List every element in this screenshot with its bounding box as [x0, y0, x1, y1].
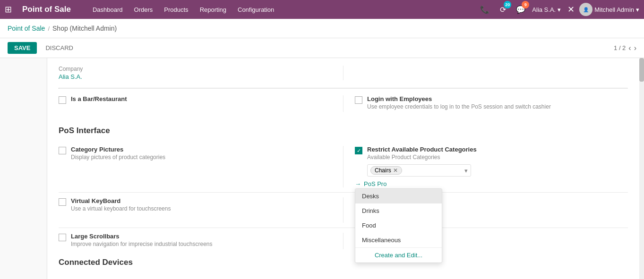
breadcrumb: Point of Sale / Shop (Mitchell Admin): [0, 19, 644, 38]
breadcrumb-current: Shop (Mitchell Admin): [52, 25, 117, 32]
dropdown-create-edit[interactable]: Create and Edit...: [355, 247, 442, 262]
grid-icon[interactable]: ⊞: [5, 4, 12, 15]
discard-button[interactable]: DISCARD: [41, 42, 78, 54]
scrollbar[interactable]: [639, 58, 644, 279]
large-scrollbars-row: Large Scrollbars Improve navigation for …: [59, 228, 628, 254]
company-value[interactable]: Alia S.A.: [59, 73, 332, 80]
messages-icon[interactable]: 💬 9: [514, 3, 527, 16]
login-employees-desc: Use employee credentials to log in to th…: [367, 103, 551, 110]
app-title: Point of Sale: [22, 5, 71, 14]
next-page-button[interactable]: ›: [634, 44, 636, 52]
menu-reporting[interactable]: Reporting: [195, 3, 231, 16]
pos-pro-link[interactable]: → PoS Pro: [355, 180, 628, 187]
phone-icon[interactable]: 📞: [478, 3, 491, 16]
pos-pro-link-row: → PoS Pro: [355, 180, 628, 187]
pagination-text: 1 / 2: [614, 44, 626, 51]
category-pictures-checkbox[interactable]: [59, 147, 66, 154]
user-name-alia: Alia S.A.: [532, 6, 556, 13]
admin-name: Mitchell Admin: [594, 6, 634, 13]
restrict-categories-label: Restrict Available Product Categories: [367, 146, 628, 153]
chairs-tag-label: Chairs: [375, 167, 391, 174]
prev-page-button[interactable]: ‹: [628, 44, 631, 52]
chevron-down-icon: ▾: [558, 6, 561, 13]
activity-icon[interactable]: ⟳ 20: [496, 3, 509, 16]
category-pictures-desc: Display pictures of product categories: [71, 154, 165, 161]
large-scrollbars-field: Large Scrollbars Improve navigation for …: [59, 233, 332, 247]
large-scrollbars-checkbox[interactable]: [59, 234, 66, 241]
breadcrumb-parent[interactable]: Point of Sale: [8, 25, 45, 32]
dropdown-item-food[interactable]: Food: [355, 218, 442, 233]
arrow-right-icon: →: [355, 180, 361, 187]
virtual-keyboard-checkbox[interactable]: [59, 198, 66, 206]
action-bar: SAVE DISCARD 1 / 2 ‹ ›: [0, 38, 644, 58]
login-employees-checkbox[interactable]: [355, 96, 362, 104]
user-menu-alia[interactable]: Alia S.A. ▾: [532, 6, 561, 13]
save-button[interactable]: SAVE: [8, 42, 37, 54]
login-employees-label: Login with Employees: [367, 95, 551, 102]
pagination: 1 / 2 ‹ ›: [614, 44, 636, 52]
tag-dropdown-arrow: ▾: [464, 167, 468, 174]
restrict-categories-field: ✓ Restrict Available Product Categories …: [355, 146, 628, 177]
chairs-tag: Chairs ✕: [370, 166, 402, 175]
nav-right-icons: 📞 ⟳ 20 💬 9 Alia S.A. ▾ ✕ 👤 Mitchell Admi…: [478, 3, 639, 16]
virtual-keyboard-label: Virtual KeyBoard: [71, 197, 171, 204]
bar-restaurant-row: Is a Bar/Restaurant Login with Employees…: [59, 89, 628, 118]
is-bar-restaurant-field: Is a Bar/Restaurant: [59, 95, 332, 104]
login-with-employees-field: Login with Employees Use employee creden…: [355, 95, 628, 110]
pos-interface-title: PoS Interface: [59, 126, 628, 135]
available-categories-sublabel: Available Product Categories: [367, 154, 628, 161]
large-scrollbars-desc: Improve navigation for imprecise industr…: [71, 241, 212, 247]
dropdown-item-drinks[interactable]: Drinks: [355, 203, 442, 218]
chevron-down-icon-admin: ▾: [636, 6, 639, 13]
form-area: Company Alia S.A. Is a Bar/Restaurant: [47, 58, 639, 279]
connected-devices-title: Connected Devices: [59, 258, 628, 267]
categories-tag-input[interactable]: Chairs ✕ ▾: [367, 164, 471, 177]
category-pictures-label: Category Pictures: [71, 146, 165, 153]
menu-products[interactable]: Products: [159, 3, 193, 16]
avatar: 👤: [579, 3, 592, 16]
breadcrumb-separator: /: [48, 25, 50, 32]
main-menu: Dashboard Orders Products Reporting Conf…: [88, 3, 471, 16]
pos-pro-text: PoS Pro: [364, 180, 386, 187]
left-sidebar: [0, 58, 47, 279]
close-icon[interactable]: ✕: [567, 4, 575, 15]
is-bar-restaurant-label: Is a Bar/Restaurant: [71, 95, 127, 102]
menu-orders[interactable]: Orders: [129, 3, 158, 16]
dropdown-item-miscellaneous[interactable]: Miscellaneous: [355, 233, 442, 247]
large-scrollbars-label: Large Scrollbars: [71, 233, 212, 240]
category-pictures-row: Category Pictures Display pictures of pr…: [59, 141, 628, 192]
company-section: Company Alia S.A.: [59, 66, 628, 80]
menu-dashboard[interactable]: Dashboard: [88, 3, 128, 16]
dropdown-item-desks[interactable]: Desks: [355, 189, 442, 203]
scrollbar-thumb: [639, 58, 644, 82]
menu-configuration[interactable]: Configuration: [233, 3, 279, 16]
restrict-categories-checkbox[interactable]: ✓: [355, 147, 362, 154]
top-navigation: ⊞ Point of Sale Dashboard Orders Product…: [0, 0, 644, 19]
category-pictures-field: Category Pictures Display pictures of pr…: [59, 146, 332, 161]
messages-badge: 9: [522, 1, 529, 8]
user-menu-admin[interactable]: 👤 Mitchell Admin ▾: [579, 3, 639, 16]
virtual-keyboard-field: Virtual KeyBoard Use a virtual keyboard …: [59, 197, 332, 212]
chairs-tag-remove[interactable]: ✕: [393, 167, 398, 174]
category-dropdown: Desks Drinks Food Miscellaneous Create a…: [355, 188, 442, 263]
virtual-keyboard-desc: Use a virtual keyboard for touchscreens: [71, 205, 171, 212]
company-label: Company: [59, 66, 332, 72]
virtual-keyboard-row: Virtual KeyBoard Use a virtual keyboard …: [59, 192, 628, 228]
is-bar-restaurant-checkbox[interactable]: [59, 96, 66, 104]
activity-badge: 20: [504, 1, 511, 8]
